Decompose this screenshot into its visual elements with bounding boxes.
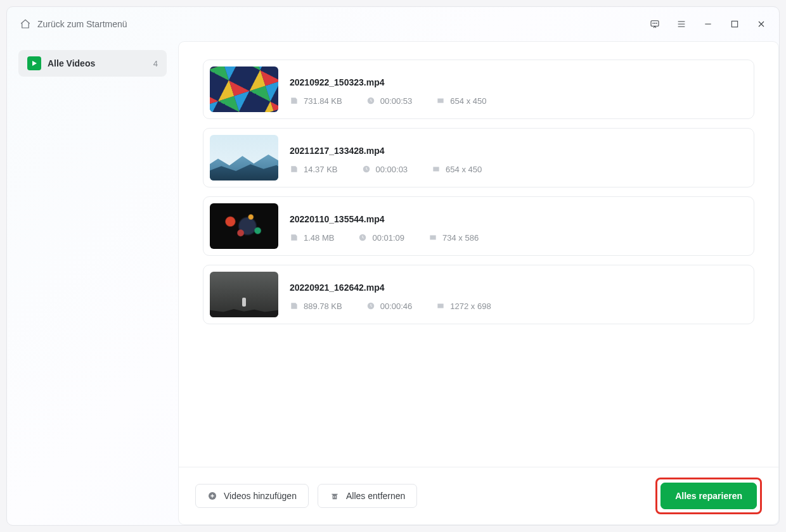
svg-point-2 bbox=[655, 23, 655, 23]
video-filename: 20210922_150323.mp4 bbox=[290, 77, 486, 87]
add-videos-button[interactable]: Videos hinzufügen bbox=[195, 484, 309, 508]
video-filename: 20220921_162642.mp4 bbox=[290, 282, 491, 293]
clock-icon bbox=[366, 96, 375, 105]
filesize-icon bbox=[290, 301, 299, 310]
feedback-button[interactable] bbox=[650, 19, 660, 29]
video-list: 20210922_150323.mp4 731.84 KB 00:00:53 6… bbox=[179, 42, 778, 467]
dimensions-icon bbox=[436, 301, 445, 310]
video-size: 1.48 MB bbox=[304, 233, 334, 243]
video-filename: 20211217_133428.mp4 bbox=[290, 146, 482, 156]
home-icon bbox=[20, 18, 31, 30]
video-meta: 20220110_135544.mp4 1.48 MB 00:01:09 734… bbox=[290, 210, 479, 243]
sidebar: Alle Videos 4 bbox=[7, 41, 178, 525]
sidebar-item-count: 4 bbox=[153, 59, 158, 68]
svg-rect-10 bbox=[430, 236, 435, 240]
window-controls bbox=[650, 19, 766, 29]
clock-icon bbox=[366, 301, 375, 310]
body: Alle Videos 4 20210922_150323.mp4 731.84… bbox=[7, 41, 779, 525]
filesize-icon bbox=[290, 233, 299, 242]
sidebar-item-all-videos[interactable]: Alle Videos 4 bbox=[18, 50, 167, 77]
trash-icon bbox=[330, 491, 340, 501]
video-stats: 889.78 KB 00:00:46 1272 x 698 bbox=[290, 301, 491, 311]
dimensions-icon bbox=[428, 233, 437, 242]
video-thumbnail bbox=[210, 135, 278, 180]
maximize-button[interactable] bbox=[730, 19, 740, 29]
video-filename: 20220110_135544.mp4 bbox=[290, 214, 479, 224]
clock-icon bbox=[358, 233, 367, 242]
add-videos-label: Videos hinzufügen bbox=[224, 491, 297, 501]
video-thumbnail bbox=[210, 203, 278, 249]
video-stats: 14.37 KB 00:00:03 654 x 450 bbox=[290, 165, 482, 174]
svg-rect-4 bbox=[731, 21, 737, 27]
video-dimensions: 1272 x 698 bbox=[450, 301, 491, 311]
video-duration: 00:00:46 bbox=[380, 301, 413, 311]
plus-circle-icon bbox=[207, 491, 217, 501]
filesize-icon bbox=[290, 165, 299, 174]
svg-point-3 bbox=[656, 23, 657, 23]
back-label: Zurück zum Startmenü bbox=[37, 19, 127, 29]
video-thumbnail bbox=[210, 66, 278, 112]
dimensions-icon bbox=[436, 96, 445, 105]
remove-all-button[interactable]: Alles entfernen bbox=[318, 484, 417, 508]
video-dimensions: 654 x 450 bbox=[450, 96, 486, 106]
main-panel: 20210922_150323.mp4 731.84 KB 00:00:53 6… bbox=[178, 41, 779, 525]
svg-rect-12 bbox=[438, 304, 444, 308]
repair-all-button[interactable]: Alles reparieren bbox=[660, 483, 757, 509]
repair-all-label: Alles reparieren bbox=[675, 491, 742, 501]
video-item[interactable]: 20210922_150323.mp4 731.84 KB 00:00:53 6… bbox=[203, 60, 754, 119]
video-duration: 00:00:53 bbox=[380, 96, 413, 106]
video-dimensions: 734 x 586 bbox=[442, 233, 479, 243]
filesize-icon bbox=[290, 96, 299, 105]
video-size: 889.78 KB bbox=[304, 301, 342, 311]
svg-rect-8 bbox=[433, 167, 439, 172]
menu-button[interactable] bbox=[676, 19, 686, 29]
back-to-start-link[interactable]: Zurück zum Startmenü bbox=[20, 18, 127, 30]
video-stats: 1.48 MB 00:01:09 734 x 586 bbox=[290, 233, 479, 243]
video-duration: 00:00:03 bbox=[376, 165, 408, 174]
video-meta: 20220921_162642.mp4 889.78 KB 00:00:46 1… bbox=[290, 279, 491, 311]
dimensions-icon bbox=[432, 165, 441, 174]
app-window: Zurück zum Startmenü Alle Videos 4 20 bbox=[6, 6, 780, 526]
sidebar-item-label: Alle Videos bbox=[48, 58, 147, 68]
close-button[interactable] bbox=[756, 19, 766, 29]
video-meta: 20210922_150323.mp4 731.84 KB 00:00:53 6… bbox=[290, 73, 486, 106]
svg-point-1 bbox=[653, 23, 654, 23]
video-dimensions: 654 x 450 bbox=[446, 165, 482, 174]
video-item[interactable]: 20220110_135544.mp4 1.48 MB 00:01:09 734… bbox=[203, 196, 754, 256]
repair-all-highlight: Alles reparieren bbox=[655, 478, 762, 514]
remove-all-label: Alles entfernen bbox=[346, 491, 405, 501]
video-duration: 00:01:09 bbox=[372, 233, 404, 243]
video-icon bbox=[27, 56, 41, 70]
video-size: 731.84 KB bbox=[304, 96, 342, 106]
video-item[interactable]: 20211217_133428.mp4 14.37 KB 00:00:03 65… bbox=[203, 128, 754, 187]
video-meta: 20211217_133428.mp4 14.37 KB 00:00:03 65… bbox=[290, 142, 482, 174]
video-thumbnail bbox=[210, 272, 278, 317]
video-stats: 731.84 KB 00:00:53 654 x 450 bbox=[290, 96, 486, 106]
video-size: 14.37 KB bbox=[304, 165, 338, 174]
titlebar: Zurück zum Startmenü bbox=[7, 7, 779, 41]
svg-rect-6 bbox=[438, 99, 444, 103]
clock-icon bbox=[362, 165, 371, 174]
minimize-button[interactable] bbox=[703, 19, 713, 29]
footer-toolbar: Videos hinzufügen Alles entfernen Alles … bbox=[179, 467, 778, 524]
video-item[interactable]: 20220921_162642.mp4 889.78 KB 00:00:46 1… bbox=[203, 265, 754, 324]
